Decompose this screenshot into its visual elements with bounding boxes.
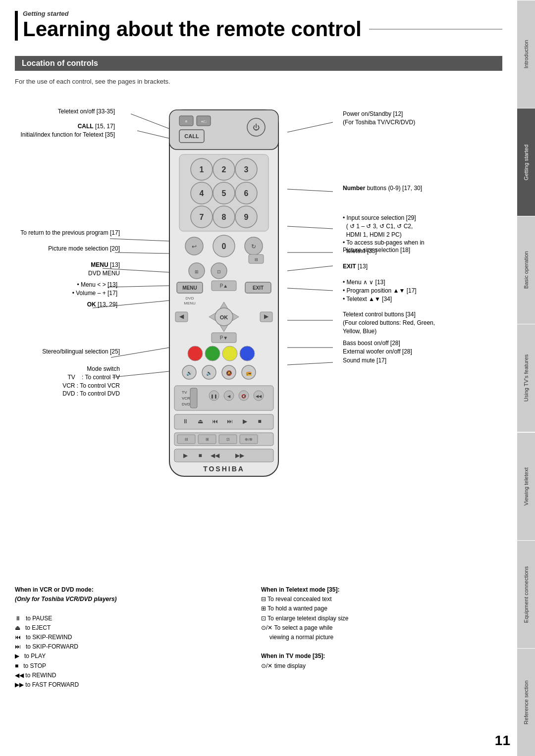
tv-mode-time: ⊙/✕ time display: [261, 661, 502, 671]
svg-line-13: [287, 266, 333, 271]
accent-bar: [15, 11, 18, 41]
intro-text: For the use of each control, see the pag…: [15, 78, 502, 85]
annotation-number: Number buttons (0-9) [17, 30]: [343, 184, 496, 193]
annotation-menu-nav: • Menu ∧ ∨ [13] • Program position ▲▼ [1…: [343, 278, 496, 303]
stop-item: ■ to STOP: [15, 661, 256, 671]
sidebar-tab-viewing-teletext[interactable]: Viewing teletext: [517, 432, 535, 540]
svg-text:⏮: ⏮: [212, 418, 218, 425]
svg-text:DVD: DVD: [186, 296, 194, 301]
annotation-sound-mute: Sound mute [17]: [343, 356, 496, 365]
svg-line-8: [112, 371, 169, 377]
svg-text:≡: ≡: [185, 119, 188, 124]
svg-line-9: [287, 122, 333, 132]
svg-text:6: 6: [244, 189, 249, 198]
svg-line-0: [131, 114, 169, 129]
svg-text:🔇: 🔇: [241, 394, 246, 399]
vcr-dvd-sub: (Only for Toshiba VCR/DVD players): [15, 595, 256, 604]
sidebar-tab-basic-operation[interactable]: Basic operation: [517, 216, 535, 324]
annotation-pic-mode: Picture mode selection [20]: [16, 245, 120, 253]
svg-rect-95: [190, 388, 197, 408]
sidebar: Introduction Getting started Basic opera…: [517, 0, 535, 756]
teletext-hold: ⊞ To hold a wanted page: [261, 604, 502, 613]
main-content: Getting started Learning about the remot…: [0, 0, 517, 756]
svg-text:CALL: CALL: [184, 133, 199, 139]
teletext-reveal: ⊟ To reveal concealed text: [261, 595, 502, 604]
svg-text:⊡: ⊡: [226, 437, 230, 442]
play-item: ▶ to PLAY: [15, 652, 256, 661]
diagram: ≡ ≡/□ ⏻ CALL 1 2 3: [16, 95, 501, 580]
teletext-mode-section: When in Teletext mode [35]: ⊟ To reveal …: [261, 585, 502, 690]
annotation-teletext-ctrl: Teletext control buttons [34] (Four colo…: [343, 310, 496, 335]
fast-fwd-item: ▶▶ to FAST FORWARD: [15, 680, 256, 690]
svg-point-79: [188, 346, 203, 361]
sidebar-tab-introduction[interactable]: Introduction: [517, 0, 535, 108]
annotation-pic-size: Picture size selection [18]: [343, 246, 496, 254]
vcr-dvd-header: When in VCR or DVD mode:: [15, 586, 94, 593]
svg-line-10: [287, 189, 333, 192]
annotation-bass: Bass boost on/off [28] External woofer o…: [343, 339, 496, 356]
annotation-ok: OK [13, 29]: [26, 301, 117, 309]
svg-text:VCR: VCR: [182, 396, 190, 401]
sidebar-tab-getting-started[interactable]: Getting started: [517, 108, 535, 216]
rewind-item: ◀◀ to REWIND: [15, 671, 256, 680]
annotation-teletext-onoff: Teletext on/off [33-35]: [16, 107, 115, 116]
svg-text:0: 0: [222, 242, 226, 251]
teletext-select: ⊙/✕ To select a page while viewing a nor…: [261, 623, 502, 642]
svg-text:DVD: DVD: [182, 402, 190, 406]
section-header: Location of controls: [15, 56, 502, 71]
svg-text:■: ■: [258, 418, 261, 425]
svg-text:◀◀: ◀◀: [211, 452, 220, 459]
svg-text:7: 7: [200, 213, 204, 221]
svg-line-3: [115, 252, 169, 253]
annotation-stereo: Stereo/bilingual selection [25]: [16, 348, 120, 356]
svg-text:MENU: MENU: [184, 301, 196, 305]
sidebar-tab-using-tv-features[interactable]: Using TV's features: [517, 324, 535, 432]
svg-text:9: 9: [244, 213, 249, 221]
svg-text:❚❚: ❚❚: [211, 394, 217, 399]
svg-text:⊕/⊗: ⊕/⊗: [245, 437, 253, 442]
svg-text:1: 1: [200, 165, 204, 174]
remote-control: ≡ ≡/□ ⏻ CALL 1 2 3: [164, 105, 283, 481]
svg-text:OK: OK: [220, 314, 228, 320]
pause-item: ⏸ to PAUSE: [15, 614, 256, 623]
skip-rew-item: ⏮ to SKIP-REWIND: [15, 633, 256, 642]
svg-rect-120: [174, 449, 273, 462]
svg-text:8: 8: [222, 213, 226, 221]
svg-text:⊡: ⊡: [217, 269, 221, 274]
annotation-prev-prog: To return to the previous program [17]: [16, 229, 120, 237]
vcr-dvd-section: When in VCR or DVD mode: (Only for Toshi…: [15, 585, 256, 690]
svg-text:⏸: ⏸: [182, 418, 188, 425]
svg-text:◀: ◀: [179, 313, 184, 320]
svg-text:🔕: 🔕: [226, 370, 232, 376]
annotation-power: Power on/Standby [12] (For Toshiba TV/VC…: [343, 110, 496, 127]
svg-point-81: [222, 346, 237, 361]
tv-mode-header: When in TV mode [35]:: [261, 653, 325, 659]
svg-text:TOSHIBA: TOSHIBA: [203, 465, 245, 473]
sidebar-tab-reference-section[interactable]: Reference section: [517, 648, 535, 756]
sidebar-tab-equipment-connections[interactable]: Equipment connections: [517, 540, 535, 648]
svg-text:📻: 📻: [246, 370, 252, 376]
svg-text:EXIT: EXIT: [253, 285, 264, 291]
svg-text:P▲: P▲: [220, 283, 228, 289]
svg-point-80: [205, 346, 220, 361]
annotation-exit: EXIT [13]: [343, 262, 496, 271]
svg-text:⊟: ⊟: [255, 257, 258, 262]
annotation-call: CALL [15, 17] Initial/index function for…: [16, 122, 115, 139]
section-label: Getting started: [23, 10, 502, 17]
svg-text:■: ■: [198, 452, 202, 459]
svg-text:2: 2: [222, 165, 226, 174]
title-line: Learning about the remote control: [23, 17, 502, 41]
svg-text:⏻: ⏻: [253, 123, 260, 131]
svg-line-11: [287, 226, 333, 229]
svg-text:↩: ↩: [192, 243, 197, 250]
annotation-menu-vol: • Menu < > [13] • Volume – + [17]: [18, 281, 117, 298]
svg-text:▶: ▶: [264, 313, 269, 320]
title-block: Getting started Learning about the remot…: [23, 10, 502, 41]
svg-text:◀◀: ◀◀: [256, 394, 262, 399]
page-header: Getting started Learning about the remot…: [15, 10, 502, 41]
svg-text:🔉: 🔉: [206, 370, 213, 376]
svg-text:⊟: ⊟: [185, 437, 188, 442]
page-number: 11: [495, 733, 510, 749]
svg-point-82: [240, 346, 255, 361]
eject-item: ⏏ to EJECT: [15, 623, 256, 633]
